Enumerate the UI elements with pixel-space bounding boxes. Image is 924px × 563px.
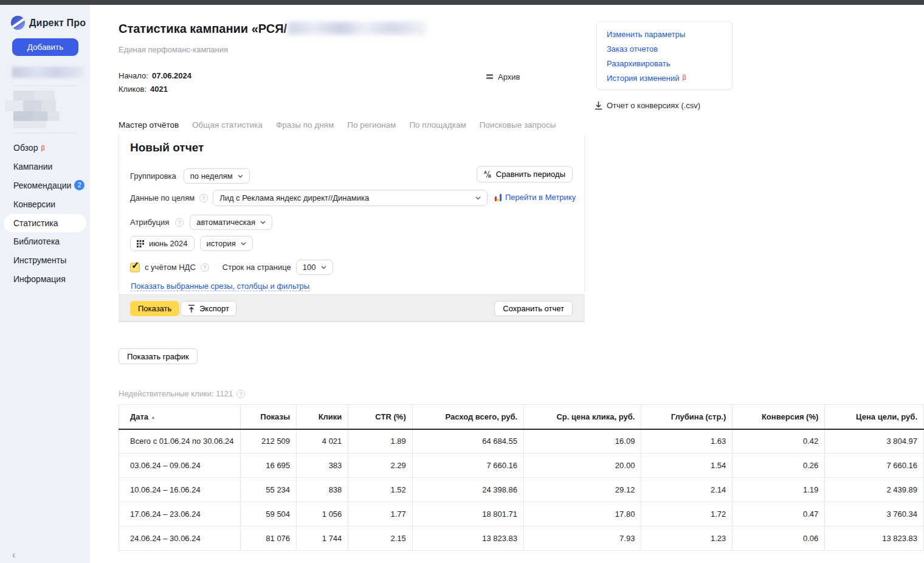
export-button[interactable]: Экспорт (181, 301, 236, 316)
help-icon[interactable]: ? (199, 194, 208, 202)
attribution-select[interactable]: автоматическая (190, 215, 272, 230)
campaign-name-prefix: «РСЯ/ (252, 22, 287, 35)
column-header-goal-cost[interactable]: Цена цели, руб. (825, 405, 924, 429)
blurred-account-block (5, 89, 64, 130)
sidebar-divider (12, 133, 77, 133)
download-icon (595, 102, 602, 110)
sidebar-menu: Обзорβ Кампании Рекомендации2 Конверсии … (0, 139, 90, 289)
table-row: 10.06.24 – 16.06.24 55 234 838 1.52 24 3… (119, 478, 924, 502)
column-header-depth[interactable]: Глубина (стр.) (641, 405, 733, 429)
ab-compare-icon: A B (484, 170, 492, 178)
change-history-link[interactable]: История измененийβ (607, 74, 732, 83)
beta-badge: β (683, 74, 686, 81)
sidebar-item-informaciya[interactable]: Информация (0, 270, 90, 289)
chevron-down-icon (321, 266, 326, 269)
sidebar-item-rekomendacii[interactable]: Рекомендации2 (0, 176, 90, 195)
help-icon[interactable]: ? (175, 218, 184, 227)
vat-checkbox[interactable] (130, 263, 140, 272)
report-title: Новый отчет (130, 141, 204, 154)
period-row: июнь 2024 история (130, 236, 253, 251)
show-slices-link[interactable]: Показать выбранные срезы, столбцы и филь… (131, 282, 309, 291)
period-picker[interactable]: июнь 2024 (130, 236, 195, 251)
export-icon (188, 305, 195, 313)
rows-per-page-select[interactable]: 100 (296, 260, 333, 275)
count-badge: 2 (74, 180, 84, 190)
help-icon[interactable]: ? (236, 390, 245, 398)
table-totals-row: Всего с 01.06.24 по 30.06.24 212 509 4 0… (119, 429, 924, 454)
calendar-icon (137, 240, 144, 247)
sidebar-collapse-icon[interactable]: ‹ (12, 550, 15, 561)
chevron-down-icon (260, 221, 266, 224)
campaign-type-label: Единая перфоманс-кампания (119, 45, 228, 54)
start-value: 07.06.2024 (152, 71, 191, 80)
archive-icon (486, 74, 493, 80)
column-header-clicks[interactable]: Клики (297, 405, 348, 429)
report-actions-bar: Показать Экспорт Сохранить отчет (119, 294, 584, 322)
order-reports-link[interactable]: Заказ отчетов (607, 44, 732, 54)
chevron-down-icon (238, 174, 243, 178)
report-builder-card: Новый отчет Группировка по неделям A B С… (119, 134, 585, 322)
table-row: 17.06.24 – 23.06.24 59 504 1 056 1.77 18… (119, 502, 924, 527)
start-label: Начало: (119, 71, 148, 80)
help-icon[interactable]: ? (201, 263, 209, 272)
column-header-conversion[interactable]: Конверсия (%) (733, 405, 825, 429)
edit-parameters-link[interactable]: Изменить параметры (607, 30, 732, 39)
archive-control[interactable]: Архив (486, 72, 520, 81)
table-row: 24.06.24 – 30.06.24 81 076 1 744 2.15 13… (119, 527, 924, 551)
svg-text:B: B (488, 174, 491, 178)
conversions-csv-link[interactable]: Отчет о конверсиях (.csv) (595, 101, 700, 110)
save-report-button[interactable]: Сохранить отчет (494, 301, 573, 316)
column-header-avg-cpc[interactable]: Ср. цена клика, руб. (524, 405, 641, 429)
grouping-select[interactable]: по неделям (184, 168, 250, 184)
grouping-row: Группировка по неделям (130, 168, 250, 184)
direct-pro-logo-icon (11, 16, 25, 30)
column-header-date[interactable]: Дата▲ (119, 405, 241, 429)
sidebar-item-statistika[interactable]: Статистика (4, 214, 86, 232)
unarchive-link[interactable]: Разархивировать (607, 59, 732, 68)
sidebar-item-kampanii[interactable]: Кампании (0, 157, 90, 176)
show-report-button[interactable]: Показать (130, 301, 179, 316)
top-browser-bar (0, 0, 924, 5)
sidebar-item-obzor[interactable]: Обзорβ (0, 139, 90, 157)
sidebar-item-konversii[interactable]: Конверсии (0, 195, 90, 214)
clicks-label: Кликов: (119, 85, 147, 94)
campaign-actions-panel: Изменить параметры Заказ отчетов Разархи… (596, 21, 733, 90)
column-header-ctr[interactable]: CTR (%) (348, 405, 412, 429)
grouping-label: Группировка (130, 171, 176, 181)
statistics-table: Всего с 01.06.24 по 30.06.24 212 509 4 0… (119, 404, 924, 551)
rows-per-page-label: Строк на странице (222, 263, 291, 272)
sidebar-divider (12, 86, 77, 86)
table-header-row: Дата▲ Показы Клики CTR (%) Расход всего,… (119, 405, 924, 429)
campaign-meta: Начало:07.06.2024 Кликов:4021 (119, 71, 191, 98)
brand-logo[interactable]: Директ Про (0, 5, 90, 30)
chevron-down-icon (475, 196, 481, 200)
vat-label: с учётом НДС (145, 263, 196, 272)
goals-row: Данные по целям ? Лид с Реклама яндекс д… (130, 190, 488, 206)
metrika-link-row: Перейти в Метрику (495, 193, 576, 202)
attribution-label: Атрибуция (130, 218, 169, 227)
sidebar-item-instrumenty[interactable]: Инструменты (0, 251, 90, 270)
column-header-cost[interactable]: Расход всего, руб. (412, 405, 523, 429)
sidebar-item-biblioteka[interactable]: Библиотека (0, 232, 90, 251)
compare-periods-button[interactable]: A B Сравнить периоды (477, 166, 573, 182)
go-to-metrika-link[interactable]: Перейти в Метрику (505, 193, 576, 202)
clicks-value: 4021 (150, 85, 168, 94)
vat-row: с учётом НДС ? Строк на странице 100 (130, 260, 333, 275)
add-button[interactable]: Добавить (12, 38, 78, 56)
totals-label: Всего с 01.06.24 по 30.06.24 (119, 429, 241, 454)
column-header-shows[interactable]: Показы (240, 405, 297, 429)
svg-text:A: A (484, 170, 487, 174)
table-row: 03.06.24 – 09.06.24 16 695 383 2.29 7 66… (119, 454, 924, 478)
chevron-down-icon (241, 242, 246, 246)
show-chart-button[interactable]: Показать график (119, 348, 198, 364)
sidebar: Директ Про Добавить Обзорβ Кампании Реко… (0, 5, 90, 563)
brand-name: Директ Про (29, 18, 86, 29)
goals-select[interactable]: Лид с Реклама яндекс директ//Динамика (213, 190, 488, 206)
invalid-clicks-note: Недействительные клики: 1121 ? (119, 389, 245, 398)
metrika-icon (495, 194, 502, 201)
main-content: Статистика кампании «РСЯ/ Единая перфома… (90, 5, 924, 563)
blurred-campaign-name (288, 22, 427, 35)
beta-badge: β (41, 144, 44, 151)
attribution-row: Атрибуция ? автоматическая (130, 215, 272, 230)
history-select[interactable]: история (200, 236, 253, 251)
